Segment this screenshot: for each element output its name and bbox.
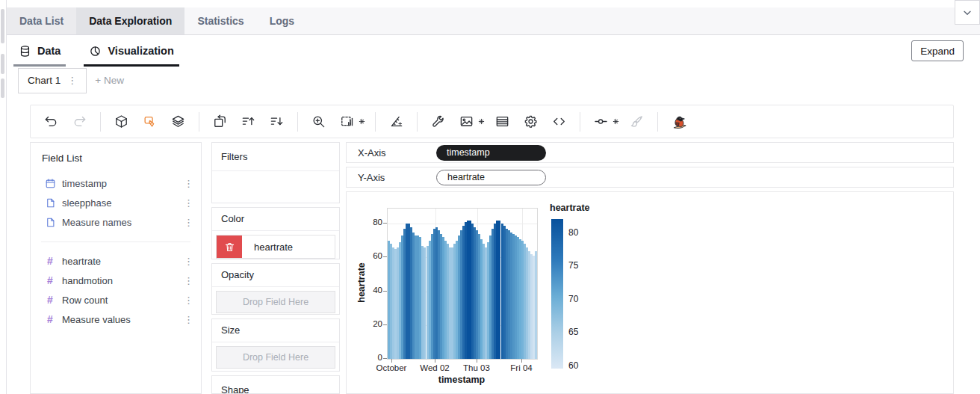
settings-gear-icon[interactable] — [611, 110, 621, 134]
y-axis-label: Y-Axis — [347, 172, 436, 183]
field-item-heartrate[interactable]: #heartrate⋮ — [31, 251, 201, 271]
visualization-toolbar — [30, 105, 954, 138]
code-icon[interactable] — [546, 110, 572, 134]
cube-icon[interactable] — [108, 110, 134, 134]
tab-data[interactable]: Data — [19, 35, 61, 67]
size-box: Size Drop Field Here — [211, 318, 340, 372]
zoom-in-icon[interactable] — [306, 110, 332, 134]
field-name: Row count — [62, 295, 178, 306]
opacity-header: Opacity — [212, 264, 339, 287]
toolbar-divider — [657, 112, 658, 132]
field-name: timestamp — [62, 178, 178, 189]
field-name: Measure values — [62, 314, 178, 325]
chevron-down-icon — [961, 7, 973, 19]
tab-logs[interactable]: Logs — [257, 7, 307, 34]
x-axis-label: X-Axis — [347, 147, 436, 158]
legend-tick-label: 75 — [568, 260, 578, 271]
opacity-box: Opacity Drop Field Here — [211, 263, 340, 315]
bar-mark[interactable] — [535, 251, 537, 360]
resize-icon[interactable] — [334, 110, 360, 134]
field-list-panel: Field List timestamp⋮sleepphase⋮Measure … — [30, 142, 202, 394]
y-tick-label: 80 — [353, 218, 382, 227]
field-name: heartrate — [62, 256, 178, 267]
legend-title: heartrate — [550, 203, 590, 213]
tab-visualization[interactable]: Visualization — [89, 35, 173, 67]
filters-drop-area[interactable] — [212, 171, 339, 203]
sort-ascending-icon[interactable] — [235, 110, 261, 134]
kebab-menu-icon[interactable]: ⋮ — [184, 295, 193, 305]
y-axis-title: heartrate — [356, 262, 367, 303]
size-header: Size — [212, 319, 339, 342]
hash-icon: # — [44, 294, 56, 306]
calendar-icon — [44, 178, 56, 189]
field-item-measure-values[interactable]: #Measure values⋮ — [31, 310, 201, 329]
tab-data-list[interactable]: Data List — [7, 7, 76, 34]
chart-canvas-box: 020406080OctoberWed 02Thu 03Fri 04timest… — [346, 191, 954, 394]
hash-icon: # — [44, 255, 56, 267]
y-axis-row: Y-Axis heartrate — [346, 167, 954, 188]
kebab-menu-icon[interactable]: ⋮ — [184, 315, 193, 324]
layers-icon[interactable] — [165, 110, 191, 134]
sort-descending-icon[interactable] — [264, 110, 290, 134]
axes-format-icon[interactable] — [383, 110, 409, 134]
hash-icon: # — [44, 274, 56, 286]
settings-gear-icon[interactable] — [357, 110, 367, 134]
kebab-menu-icon[interactable]: ⋮ — [184, 256, 193, 266]
settings-icon[interactable] — [518, 110, 544, 134]
image-export-icon[interactable] — [453, 110, 480, 134]
color-box: Color heartrate — [211, 207, 340, 259]
chart-tab-current[interactable]: Chart 1 ⋮ — [18, 68, 87, 93]
remove-field-button[interactable] — [217, 236, 242, 258]
rail-mark — [1, 79, 4, 98]
field-item-measure-names[interactable]: Measure names⋮ — [31, 212, 201, 232]
x-tick-label: Thu 03 — [463, 363, 490, 372]
tab-data-label: Data — [37, 45, 61, 57]
kebab-menu-icon[interactable]: ⋮ — [184, 179, 193, 188]
rail-mark — [1, 9, 4, 43]
x-tick-mark — [477, 359, 477, 363]
redo-icon[interactable] — [66, 110, 93, 134]
legend-tick-label: 60 — [568, 360, 578, 371]
collapsed-side-rail[interactable] — [0, 0, 7, 394]
x-tick-label: October — [376, 363, 407, 372]
opacity-drop-zone[interactable]: Drop Field Here — [216, 291, 335, 313]
bar-chart[interactable]: 020406080OctoberWed 02Thu 03Fri 04timest… — [347, 192, 953, 393]
main-tab-bar: Data ListData ExplorationStatisticsLogs — [7, 7, 980, 35]
slider-config-icon[interactable] — [588, 110, 614, 134]
brush-icon[interactable] — [624, 110, 650, 134]
toolbar-divider — [580, 112, 580, 132]
filters-header: Filters — [212, 143, 339, 171]
chart-tab-label: Chart 1 — [28, 75, 61, 86]
field-item-handmotion[interactable]: #handmotion⋮ — [31, 271, 201, 290]
tab-statistics[interactable]: Statistics — [184, 7, 256, 34]
kebab-menu-icon[interactable]: ⋮ — [184, 218, 193, 227]
x-axis-field-pill[interactable]: timestamp — [436, 145, 546, 161]
tab-data-exploration[interactable]: Data Exploration — [76, 7, 184, 34]
field-item-timestamp[interactable]: timestamp⋮ — [31, 173, 201, 193]
expand-button[interactable]: Expand — [911, 40, 964, 61]
view-switch-bar: Data Visualization — [7, 35, 980, 67]
size-drop-zone[interactable]: Drop Field Here — [216, 346, 335, 369]
wrench-icon[interactable] — [425, 110, 451, 134]
transpose-icon[interactable] — [207, 110, 233, 134]
color-header: Color — [212, 208, 339, 231]
kebab-menu-icon[interactable]: ⋮ — [184, 276, 193, 286]
kebab-menu-icon[interactable]: ⋮ — [67, 76, 77, 85]
field-item-row-count[interactable]: #Row count⋮ — [31, 290, 201, 310]
settings-gear-icon[interactable] — [477, 110, 486, 134]
plot-area — [387, 208, 538, 360]
bird-logo-icon[interactable] — [666, 110, 692, 134]
collapse-panel-button[interactable] — [955, 0, 980, 25]
undo-icon[interactable] — [38, 110, 64, 134]
color-field-pill[interactable]: heartrate — [216, 235, 335, 259]
annotate-icon[interactable] — [137, 110, 163, 134]
text-field-icon — [44, 217, 56, 228]
field-item-sleepphase[interactable]: sleepphase⋮ — [31, 193, 201, 212]
legend-tick-label: 70 — [568, 294, 578, 304]
legend-gradient — [551, 219, 563, 369]
y-tick-mark — [383, 256, 387, 257]
y-axis-field-pill[interactable]: heartrate — [436, 170, 546, 185]
new-chart-button[interactable]: + New — [95, 75, 124, 86]
kebab-menu-icon[interactable]: ⋮ — [184, 198, 193, 208]
table-icon[interactable] — [489, 110, 515, 134]
